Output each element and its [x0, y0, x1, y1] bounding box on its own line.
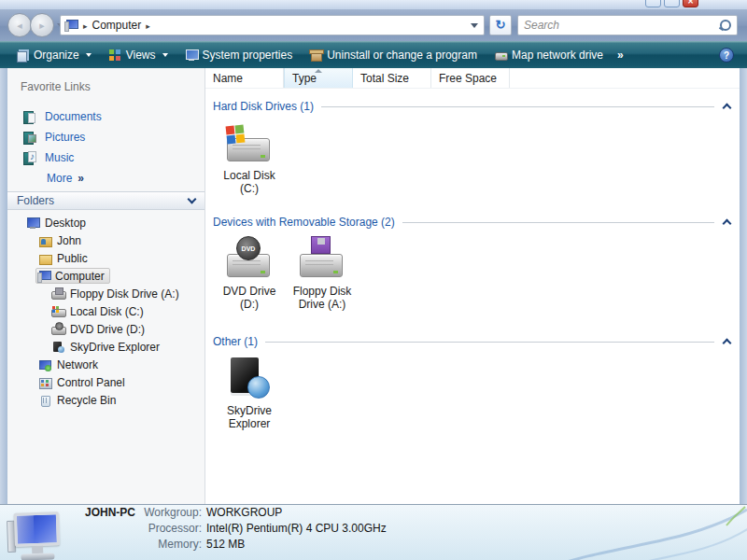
music-icon	[22, 151, 35, 164]
refresh-button[interactable]	[489, 15, 512, 35]
floppy-drive-icon	[51, 287, 65, 301]
desktop-icon	[26, 217, 40, 230]
navigation-bar: ◂ ▸ Computer	[0, 9, 747, 41]
breadcrumb-arrow-icon[interactable]	[141, 19, 155, 32]
explorer-window: ✕ ◂ ▸ Computer Organize V	[0, 0, 747, 560]
views-icon	[108, 49, 121, 62]
navigation-pane: Favorite Links Documents Pictures Music …	[7, 68, 205, 504]
group-divider	[321, 106, 714, 107]
window-border-right	[740, 68, 747, 504]
map-network-drive-button[interactable]: Map network drive	[486, 44, 612, 66]
folders-band[interactable]: Folders	[7, 191, 204, 210]
sidebar-item-pictures[interactable]: Pictures	[7, 127, 204, 147]
favorite-links-title: Favorite Links	[21, 80, 204, 93]
details-value: Intel(R) Pentium(R) 4 CPU 3.00GHz	[206, 521, 387, 537]
dvd-drive-icon	[51, 323, 65, 336]
address-dropdown-icon[interactable]	[471, 23, 478, 28]
collapse-group-icon[interactable]	[723, 219, 732, 229]
dvd-drive-large-icon: DVD	[223, 236, 275, 279]
breadcrumb-computer[interactable]: Computer	[92, 19, 142, 32]
tree-item-control-panel[interactable]: Control Panel	[7, 373, 204, 391]
chevron-down-icon	[162, 53, 168, 57]
drive-tile-dvd-drive-d[interactable]: DVD DVD Drive (D:)	[213, 236, 286, 311]
tree-item-public[interactable]: Public	[7, 249, 204, 267]
recycle-bin-icon	[38, 394, 52, 407]
tree-item-skydrive-explorer[interactable]: SkyDrive Explorer	[7, 338, 204, 356]
uninstall-program-button[interactable]: Uninstall or change a program	[301, 44, 486, 66]
organize-button[interactable]: Organize	[7, 44, 100, 66]
chevron-right-double-icon: »	[78, 172, 84, 185]
folders-tree: Desktop John Public Computer	[7, 214, 204, 409]
decorative-swoosh	[504, 505, 747, 560]
details-label: Memory:	[139, 537, 202, 553]
tree-item-john[interactable]: John	[7, 231, 204, 249]
collapse-group-icon[interactable]	[723, 339, 732, 348]
maximize-button[interactable]	[664, 0, 680, 7]
pictures-icon	[22, 131, 35, 144]
window-body: Favorite Links Documents Pictures Music …	[0, 68, 747, 504]
floppy-drive-large-icon	[296, 236, 348, 279]
column-header-free-space[interactable]: Free Space	[431, 68, 510, 88]
tree-item-floppy-drive-a[interactable]: Floppy Disk Drive (A:)	[7, 285, 204, 302]
group-header-hard-disk-drives[interactable]: Hard Disk Drives (1)	[213, 100, 740, 113]
help-button[interactable]: ?	[719, 48, 734, 63]
system-properties-button[interactable]: System properties	[176, 44, 302, 66]
window-border-left	[0, 68, 7, 504]
address-bar[interactable]: Computer	[60, 15, 485, 35]
documents-icon	[22, 110, 35, 123]
group-divider	[265, 342, 714, 343]
details-value: WORKGROUP	[206, 505, 282, 521]
file-list-view: Name Type Total Size Free Space Hard Dis…	[205, 68, 740, 504]
tree-item-local-disk-c[interactable]: Local Disk (C:)	[7, 302, 204, 320]
computer-icon	[64, 19, 78, 32]
search-box[interactable]	[517, 15, 738, 35]
chevron-down-icon	[188, 195, 197, 204]
column-header-name[interactable]: Name	[205, 68, 284, 88]
column-header-total-size[interactable]: Total Size	[353, 68, 431, 88]
computer-icon	[37, 270, 51, 283]
hard-disk-large-icon	[223, 120, 275, 163]
selected-highlight: Computer	[35, 268, 110, 284]
group-header-other[interactable]: Other (1)	[213, 335, 740, 348]
sidebar-item-music[interactable]: Music	[7, 147, 204, 168]
search-input[interactable]	[518, 19, 718, 32]
back-button[interactable]: ◂	[7, 13, 32, 37]
drive-tile-local-disk-c[interactable]: Local Disk (C:)	[213, 120, 286, 195]
toolbar-overflow-button[interactable]: »	[612, 49, 629, 62]
map-network-drive-icon	[494, 49, 507, 62]
public-folder-icon	[38, 252, 52, 265]
collapse-group-icon[interactable]	[723, 104, 732, 113]
close-button[interactable]: ✕	[683, 0, 698, 7]
control-panel-icon	[38, 376, 52, 389]
details-label: Workgroup:	[139, 505, 202, 521]
tree-item-desktop[interactable]: Desktop	[7, 214, 204, 231]
network-icon	[38, 358, 52, 371]
sort-ascending-icon	[315, 69, 322, 73]
hard-disk-icon	[51, 305, 65, 318]
titlebar[interactable]: ✕	[0, 0, 747, 9]
globe-icon	[247, 376, 270, 399]
breadcrumb-arrow-icon	[78, 19, 92, 32]
app-tile-skydrive-explorer[interactable]: SkyDrive Explorer	[213, 356, 286, 430]
column-headers: Name Type Total Size Free Space	[205, 68, 740, 89]
skydrive-large-icon	[223, 356, 275, 399]
uninstall-icon	[309, 49, 322, 62]
tree-item-dvd-drive-d[interactable]: DVD Drive (D:)	[7, 320, 204, 338]
sidebar-item-documents[interactable]: Documents	[7, 106, 204, 127]
drive-tile-floppy-drive-a[interactable]: Floppy Disk Drive (A:)	[286, 236, 359, 311]
tree-item-recycle-bin[interactable]: Recycle Bin	[7, 391, 204, 409]
views-button[interactable]: Views	[100, 44, 176, 66]
tree-item-computer[interactable]: Computer	[7, 267, 204, 285]
column-header-type[interactable]: Type	[284, 68, 353, 88]
minimize-button[interactable]	[645, 0, 661, 7]
details-pane: JOHN-PC Workgroup: WORKGROUP Processor: …	[0, 504, 747, 560]
group-header-removable-storage[interactable]: Devices with Removable Storage (2)	[213, 216, 740, 229]
chevron-down-icon	[86, 53, 92, 57]
search-icon	[718, 19, 731, 32]
organize-icon	[16, 49, 29, 62]
forward-button[interactable]: ▸	[30, 13, 54, 37]
sidebar-more-link[interactable]: More »	[7, 168, 204, 189]
details-label: Processor:	[139, 521, 202, 537]
tree-item-network[interactable]: Network	[7, 356, 204, 373]
group-divider	[402, 222, 714, 223]
